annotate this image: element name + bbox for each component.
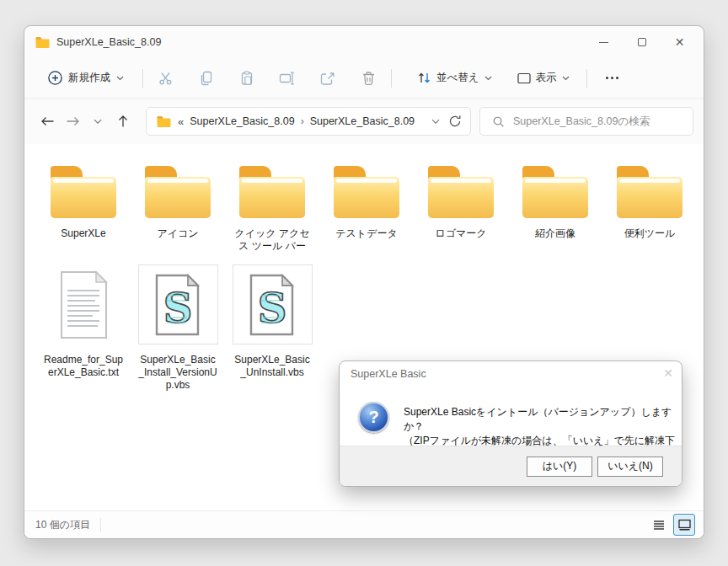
view-button[interactable]: 表示 <box>511 66 576 90</box>
address-dropdown-icon[interactable] <box>431 119 440 125</box>
dialog-message-line1: SuperXLe Basicをイントール（バージョンアップ）しますか？ <box>404 405 682 434</box>
folder-item[interactable]: 便利ツール <box>609 161 690 253</box>
file-label: SuperXLe_Basic_Install_VersionUp.vbs <box>137 354 218 392</box>
window-controls: ✕ <box>585 26 699 58</box>
delete-button[interactable] <box>356 66 381 91</box>
file-item[interactable]: S SuperXLe_Basic_Install_VersionUp.vbs <box>137 264 218 392</box>
dialog-button-bar: はい(Y) いいえ(N) <box>340 446 682 486</box>
close-button[interactable]: ✕ <box>661 26 699 58</box>
back-button[interactable] <box>35 109 60 134</box>
status-bar: 10 個の項目 <box>24 510 704 538</box>
address-bar[interactable]: « SuperXLe_Basic_8.09 › SuperXLe_Basic_8… <box>146 107 471 136</box>
maximize-button[interactable] <box>623 26 661 58</box>
dialog-message: SuperXLe Basicをイントール（バージョンアップ）しますか？ （ZIP… <box>404 405 682 447</box>
details-view-icon <box>653 520 665 530</box>
yes-button[interactable]: はい(Y) <box>527 457 592 477</box>
search-placeholder: SuperXLe_Basic_8.09の検索 <box>513 115 650 129</box>
breadcrumb-chevron: › <box>301 115 304 127</box>
more-button[interactable] <box>601 70 624 86</box>
no-button[interactable]: いいえ(N) <box>597 457 663 477</box>
file-label: SuperXLe_Basic_UnInstall.vbs <box>232 354 313 379</box>
rename-button[interactable] <box>275 66 300 91</box>
chevron-down-icon <box>94 119 102 125</box>
txt-file-icon <box>44 264 124 344</box>
breadcrumb-segment[interactable]: SuperXLe_Basic_8.09 <box>310 115 415 127</box>
window-title: SuperXLe_Basic_8.09 <box>56 36 161 48</box>
folder-item[interactable]: クイック アクセス ツール バー <box>232 161 313 253</box>
trash-icon <box>361 71 376 86</box>
address-row: « SuperXLe_Basic_8.09 › SuperXLe_Basic_8… <box>24 104 704 138</box>
toolbar-separator <box>586 69 587 88</box>
folder-icon <box>35 36 50 49</box>
folder-icon-large <box>145 166 211 218</box>
search-icon <box>492 115 505 128</box>
dialog-title-bar: SuperXLe Basic ✕ <box>340 361 682 387</box>
folder-label: 紹介画像 <box>515 227 596 240</box>
view-toggles <box>648 514 695 536</box>
new-button-label: 新規作成 <box>68 71 110 85</box>
folder-item[interactable]: ロゴマーク <box>420 161 501 253</box>
history-dropdown-button[interactable] <box>85 109 110 134</box>
paste-button[interactable] <box>234 66 260 91</box>
folder-label: クイック アクセス ツール バー <box>232 227 313 253</box>
file-label: Readme_for_SuperXLe_Basic.txt <box>43 354 124 379</box>
dialog-body: ? SuperXLe Basicをイントール（バージョンアップ）しますか？ （Z… <box>340 387 682 447</box>
folder-label: 便利ツール <box>609 227 690 240</box>
folder-item[interactable]: アイコン <box>137 161 218 253</box>
file-row: Readme_for_SuperXLe_Basic.txt S SuperXLe… <box>43 264 313 392</box>
chevron-down-icon <box>116 76 124 81</box>
view-icon <box>517 72 531 84</box>
new-button[interactable]: 新規作成 <box>41 66 131 90</box>
large-icons-view-icon <box>678 519 691 531</box>
minimize-icon <box>599 42 608 43</box>
copy-icon <box>199 71 214 86</box>
maximize-icon <box>638 38 646 46</box>
chevron-down-icon <box>484 76 492 81</box>
folder-row: SuperXLe アイコン クイック アクセス ツール バー テストデータ ロゴ… <box>43 161 690 253</box>
folder-icon-large <box>51 166 116 218</box>
view-button-label: 表示 <box>536 71 557 85</box>
copy-button[interactable] <box>194 66 219 91</box>
question-icon: ? <box>358 402 389 433</box>
folder-item[interactable]: 紹介画像 <box>515 161 596 253</box>
scissors-icon <box>158 71 174 86</box>
share-button[interactable] <box>315 66 340 91</box>
file-item[interactable]: S SuperXLe_Basic_UnInstall.vbs <box>232 264 313 392</box>
folder-item[interactable]: テストデータ <box>326 161 407 253</box>
folder-icon-large <box>428 166 494 218</box>
large-icons-view-toggle[interactable] <box>673 514 695 536</box>
folder-label: アイコン <box>137 227 218 240</box>
details-view-toggle[interactable] <box>648 514 670 536</box>
title-bar: SuperXLe_Basic_8.09 ✕ <box>24 26 704 58</box>
chevron-down-icon <box>562 76 570 81</box>
file-item[interactable]: Readme_for_SuperXLe_Basic.txt <box>43 264 124 392</box>
dialog-title: SuperXLe Basic <box>351 368 426 380</box>
svg-text:S: S <box>163 285 193 332</box>
forward-arrow-icon <box>66 115 80 127</box>
close-icon: ✕ <box>675 35 685 49</box>
folder-item[interactable]: SuperXLe <box>43 161 124 253</box>
cut-button[interactable] <box>153 66 179 91</box>
breadcrumb-segment[interactable]: SuperXLe_Basic_8.09 <box>190 115 294 127</box>
ellipsis-icon <box>606 77 608 79</box>
up-button[interactable] <box>110 109 136 134</box>
breadcrumb-overflow[interactable]: « <box>178 115 184 128</box>
minimize-button[interactable] <box>585 26 623 58</box>
status-separator <box>100 518 101 531</box>
vbs-file-icon: S <box>233 264 313 344</box>
folder-label: テストデータ <box>326 227 407 240</box>
dialog-close-icon[interactable]: ✕ <box>663 366 673 380</box>
command-bar: 新規作成 並べ替え 表示 <box>24 58 704 99</box>
message-dialog: SuperXLe Basic ✕ ? SuperXLe Basicをイントール（… <box>339 360 682 487</box>
folder-icon-large <box>522 166 588 218</box>
sort-button[interactable]: 並べ替え <box>410 66 499 90</box>
search-box[interactable]: SuperXLe_Basic_8.09の検索 <box>479 107 693 136</box>
folder-icon-large <box>239 166 305 218</box>
refresh-icon[interactable] <box>448 115 462 128</box>
forward-button[interactable] <box>60 109 85 134</box>
toolbar-separator <box>391 69 392 88</box>
rename-icon <box>279 71 296 86</box>
back-arrow-icon <box>40 115 55 127</box>
folder-label: ロゴマーク <box>420 227 501 240</box>
svg-text:S: S <box>258 285 287 332</box>
